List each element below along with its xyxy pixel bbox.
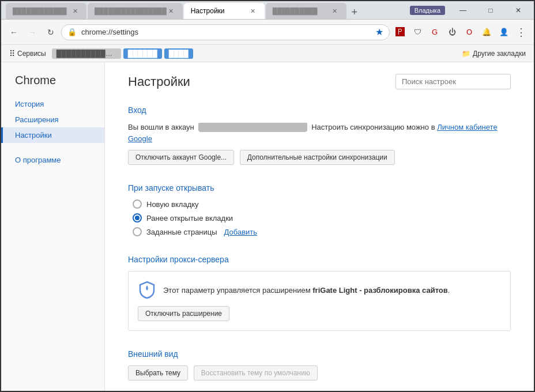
lock-icon: 🔒 — [67, 28, 77, 36]
restore-theme-button[interactable]: Восстановить тему по умолчанию — [194, 365, 318, 380]
sidebar-item-history[interactable]: История — [1, 96, 104, 112]
content-area: Настройки Вход Вы вошли в аккаун ███████… — [105, 62, 534, 391]
navigation-bar: ← → ↻ 🔒 chrome://settings ★ 🅿 🛡 G ⏻ O 🔔 … — [1, 20, 534, 45]
disconnect-account-button[interactable]: Отключить аккаунт Google... — [128, 150, 234, 165]
radio-new-tab-label: Новую вкладку — [146, 200, 199, 209]
appearance-buttons: Выбрать тему Восстановить тему по умолча… — [128, 365, 511, 380]
main-layout: Chrome История Расширения Настройки О пр… — [1, 62, 534, 391]
minimize-button[interactable]: — — [450, 1, 476, 20]
proxy-info-text: Этот параметр управляется расширением fr… — [163, 286, 450, 295]
vladyka-badge: Владыка — [410, 6, 445, 15]
user-icon[interactable]: 👤 — [496, 24, 512, 40]
login-info: Вы вошли в аккаун ████████████████████ Н… — [128, 122, 511, 144]
extension-icon-1[interactable]: 🛡 — [409, 24, 425, 40]
address-text: chrome://settings — [81, 28, 371, 36]
extension-icon-3[interactable]: ⏻ — [444, 24, 460, 40]
apps-label: Сервисы — [17, 50, 46, 58]
sidebar-item-extensions[interactable]: Расширения — [1, 112, 104, 127]
pocket-icon[interactable]: 🅿 — [392, 24, 408, 40]
extension-icon-2[interactable]: G — [427, 24, 443, 40]
proxy-section: Настройки прокси-сервера Этот параметр у… — [128, 250, 511, 331]
tab-settings-label: Настройки — [191, 7, 225, 15]
startup-section: При запуске открывать Новую вкладку Ране… — [128, 179, 511, 236]
tab-4[interactable]: ██████████ ✕ — [266, 3, 346, 19]
proxy-info-box: Этот параметр управляется расширением fr… — [128, 271, 511, 331]
title-bar: ████████████ ✕ ████████████████ ✕ Настро… — [1, 1, 534, 20]
tab-1-close[interactable]: ✕ — [70, 6, 80, 16]
startup-option-specific-pages[interactable]: Заданные страницы Добавить — [133, 227, 511, 236]
bookmark-1[interactable]: ████████████████ — [52, 48, 121, 59]
back-button[interactable]: ← — [6, 24, 22, 40]
new-tab-button[interactable]: + — [348, 5, 361, 19]
menu-button[interactable]: ⋮ — [513, 24, 529, 40]
page-title: Настройки — [128, 74, 190, 89]
proxy-section-title: Настройки прокси-сервера — [128, 250, 511, 264]
startup-section-title: При запуске открывать — [128, 179, 511, 193]
tab-2-close[interactable]: ✕ — [167, 6, 176, 16]
reload-button[interactable]: ↻ — [43, 24, 59, 40]
tab-strip: ████████████ ✕ ████████████████ ✕ Настро… — [6, 1, 361, 19]
other-bookmarks-button[interactable]: 📁 Другие закладки — [458, 48, 529, 59]
tab-4-label: ██████████ — [273, 7, 318, 14]
tab-settings[interactable]: Настройки ✕ — [184, 3, 265, 19]
settings-search-input[interactable] — [395, 74, 511, 89]
proxy-info-row: Этот параметр управляется расширением fr… — [138, 281, 501, 299]
maximize-button[interactable]: □ — [477, 1, 504, 20]
other-bookmarks-label: Другие закладки — [473, 50, 526, 58]
login-section: Вход Вы вошли в аккаун █████████████████… — [128, 101, 511, 165]
opera-icon[interactable]: O — [461, 24, 477, 40]
address-bar-icons: ★ — [375, 27, 383, 37]
tab-4-close[interactable]: ✕ — [330, 6, 340, 16]
apps-button[interactable]: ⠿ Сервисы — [6, 48, 50, 59]
add-pages-link[interactable]: Добавить — [224, 228, 257, 236]
extension-name: friGate Light - разблокировка сайтов — [312, 286, 448, 295]
window-controls: — □ ✕ — [450, 1, 532, 20]
forward-button[interactable]: → — [24, 24, 40, 40]
tab-1-label: ████████████ — [13, 7, 67, 14]
tab-settings-close[interactable]: ✕ — [248, 6, 258, 16]
sidebar-item-settings[interactable]: Настройки — [1, 127, 104, 143]
sidebar: Chrome История Расширения Настройки О пр… — [1, 62, 105, 391]
tab-2[interactable]: ████████████████ ✕ — [88, 3, 183, 19]
radio-previous-tabs-label: Ранее открытые вкладки — [146, 214, 233, 223]
sync-settings-button[interactable]: Дополнительные настройки синхронизации — [240, 150, 395, 165]
bookmarks-bar: ⠿ Сервисы ████████████████ ██████ ████ 📁… — [1, 45, 534, 62]
tab-2-label: ████████████████ — [95, 7, 167, 14]
login-suffix: Настроить синхронизацию можно в — [311, 123, 435, 131]
login-email-blurred: ████████████████████ — [198, 123, 307, 131]
shield-icon[interactable]: 🔔 — [479, 24, 495, 40]
startup-option-new-tab[interactable]: Новую вкладку — [133, 199, 511, 209]
tab-1[interactable]: ████████████ ✕ — [6, 3, 86, 19]
bookmark-3[interactable]: ████ — [164, 48, 193, 59]
login-buttons: Отключить аккаунт Google... Дополнительн… — [128, 150, 511, 165]
toolbar-icons: 🅿 🛡 G ⏻ O 🔔 👤 ⋮ — [392, 24, 529, 40]
sidebar-item-about[interactable]: О программе — [1, 152, 104, 168]
login-prefix: Вы вошли в аккаун — [128, 123, 194, 131]
address-bar[interactable]: 🔒 chrome://settings ★ — [61, 24, 390, 40]
frigate-shield-icon — [138, 281, 156, 299]
sidebar-divider — [1, 143, 104, 152]
folder-icon: 📁 — [462, 50, 470, 58]
disable-extension-button[interactable]: Отключить расширение — [138, 306, 229, 321]
sidebar-title: Chrome — [1, 71, 104, 96]
radio-previous-tabs[interactable] — [133, 213, 142, 223]
startup-radio-group: Новую вкладку Ранее открытые вкладки Зад… — [128, 199, 511, 236]
content-header: Настройки — [128, 74, 511, 89]
radio-specific-pages[interactable] — [133, 227, 142, 236]
apps-grid-icon: ⠿ — [9, 49, 15, 58]
radio-new-tab[interactable] — [133, 199, 142, 209]
choose-theme-button[interactable]: Выбрать тему — [128, 365, 188, 380]
bookmark-star-icon[interactable]: ★ — [375, 27, 383, 37]
login-section-title: Вход — [128, 101, 511, 115]
startup-option-previous-tabs[interactable]: Ранее открытые вкладки — [133, 213, 511, 223]
bookmark-2[interactable]: ██████ — [123, 48, 162, 59]
appearance-section-title: Внешний вид — [128, 345, 511, 359]
appearance-section: Внешний вид Выбрать тему Восстановить те… — [128, 345, 511, 380]
radio-specific-pages-label: Заданные страницы — [146, 228, 217, 236]
close-button[interactable]: ✕ — [505, 1, 532, 20]
